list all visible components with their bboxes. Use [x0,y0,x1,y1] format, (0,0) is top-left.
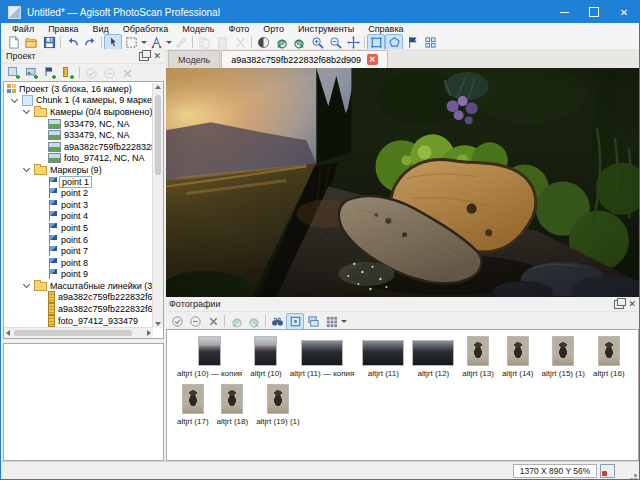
project-panel-header[interactable]: Проект ✕ [3,49,164,64]
open-button[interactable] [22,34,40,51]
title-bar[interactable]: Untitled* — Agisoft PhotoScan Profession… [1,1,639,23]
scroll-up-icon[interactable] [155,85,161,89]
remove-photo-button[interactable] [204,313,222,330]
disable-photo-button[interactable] [186,313,204,330]
select-tool-button[interactable] [104,34,122,51]
tree-item-marker[interactable]: point 5 [4,222,153,234]
tree-item-marker[interactable]: point 3 [4,199,153,211]
tree-item-marker[interactable]: point 1 [4,176,153,188]
add-chunk-button[interactable] [5,65,23,82]
tree-item-camera[interactable]: foto_97412, NC, NA [4,153,153,165]
rotate-ccw-button[interactable] [227,313,245,330]
shaded-view-button[interactable] [254,34,272,51]
menu-photo[interactable]: Фото [222,24,257,34]
photo-item[interactable]: altjrt (19) (1) [254,384,302,426]
draw-tool-button[interactable] [172,34,190,51]
scroll-left-icon[interactable] [6,330,10,336]
photo-item[interactable]: altjrt (10) [248,336,284,378]
save-button[interactable] [40,34,58,51]
tab-model[interactable]: Модель [168,50,220,68]
close-button[interactable]: ✕ [609,1,639,23]
add-marker-button[interactable] [41,65,59,82]
tree-item-cameras-folder[interactable]: Камеры (0/4 выровнено) [4,106,153,118]
tree-item-markers-folder[interactable]: Маркеры (9) [4,164,153,176]
redo-button[interactable] [81,34,99,51]
photo-item[interactable]: altjrt (11) — копия [288,340,357,378]
photo-item[interactable]: altjrt (16) [591,336,627,378]
tree-vertical-scrollbar[interactable] [152,83,163,328]
tree-item-marker[interactable]: point 4 [4,211,153,223]
add-photos-button[interactable] [23,65,41,82]
show-markers-button[interactable] [403,34,421,51]
photo-item[interactable]: altjrt (18) [215,384,251,426]
menu-help[interactable]: Справка [361,24,410,34]
tree-item-marker[interactable]: point 6 [4,234,153,246]
scroll-down-icon[interactable] [155,322,161,326]
scrollbar-thumb[interactable] [14,330,132,336]
tree-item-scalebar[interactable]: foto_97412_933479 [4,315,153,327]
float-panel-icon[interactable] [139,52,149,61]
menu-tools[interactable]: Инструменты [291,24,361,34]
float-panel-icon[interactable] [614,300,624,309]
close-panel-icon[interactable]: ✕ [628,301,636,308]
tree-item-camera[interactable]: 933479, NC, NA [4,118,153,130]
photo-item[interactable]: altjrt (15) (1) [539,336,587,378]
rotate-right-button[interactable] [290,34,308,51]
tree-item-marker[interactable]: point 8 [4,257,153,269]
menu-edit[interactable]: Правка [41,24,85,34]
rectangle-select-button[interactable] [122,34,140,51]
photos-panel-header[interactable]: Фотографии ✕ [166,297,639,312]
tree-item-camera[interactable]: 933479, NC, NA [4,129,153,141]
remove-item-button[interactable] [118,65,136,82]
photo-item[interactable]: altjrt (17) [175,384,211,426]
project-tree[interactable]: Проект (3 блока, 16 камер) Chunk 1 (4 ка… [3,81,164,339]
view-mode-button[interactable] [322,313,340,330]
tree-item-scalebar[interactable]: a9a382c759fb222832f68b2d909 [4,303,153,315]
tab-photo[interactable]: a9a382c759fb222832f68b2d909✕ [221,50,388,68]
enable-item-button[interactable] [82,65,100,82]
scroll-right-icon[interactable] [147,330,151,336]
rotate-left-button[interactable] [272,34,290,51]
maximize-button[interactable] [579,1,609,23]
collapse-arrow-icon[interactable] [11,96,18,103]
add-scalebar-button[interactable] [59,65,77,82]
photo-item[interactable]: altjrt (14) [500,336,536,378]
disable-item-button[interactable] [100,65,118,82]
find-photo-button[interactable] [268,313,286,330]
tree-item-marker[interactable]: point 2 [4,187,153,199]
thumbnails-button[interactable] [304,313,322,330]
collapse-arrow-icon[interactable] [23,107,30,114]
tab-close-button[interactable]: ✕ [367,54,378,65]
photo-item[interactable]: altjrt (11) [360,340,406,378]
show-grid-button[interactable] [421,34,439,51]
minimize-button[interactable] [549,1,579,23]
zoom-out-button[interactable] [326,34,344,51]
paste-button[interactable] [213,34,231,51]
photo-item[interactable]: altjrt (10) — копия [175,336,244,378]
photo-item[interactable]: altjrt (13) [460,336,496,378]
tree-item-project-root[interactable]: Проект (3 блока, 16 камер) [4,83,153,95]
photo-item[interactable]: altjrt (12) [410,340,456,378]
close-panel-icon[interactable]: ✕ [153,53,161,60]
photo-view-canvas[interactable] [166,68,639,297]
menu-model[interactable]: Модель [175,24,221,34]
tree-item-camera[interactable]: a9a382c759fb222832f68b2d909, NC, NA [4,141,153,153]
cut-button[interactable] [231,34,249,51]
menu-file[interactable]: Файл [5,24,41,34]
new-button[interactable] [4,34,22,51]
tree-item-scalebars-folder[interactable]: Масштабные линейки (3) [4,280,153,292]
tree-item-chunk[interactable]: Chunk 1 (4 камеры, 9 маркеров) [4,95,153,107]
tree-horizontal-scrollbar[interactable] [4,327,153,338]
tree-item-scalebar[interactable]: a9a382c759fb222832f68b2d909 [4,292,153,304]
scrollbar-thumb[interactable] [155,95,161,175]
collapse-arrow-icon[interactable] [23,281,30,288]
dropdown-caret-icon[interactable] [341,320,347,323]
show-region-button[interactable] [367,34,385,51]
filter-photos-button[interactable] [286,313,304,330]
collapse-arrow-icon[interactable] [23,165,30,172]
resize-grip[interactable] [634,474,637,477]
zoom-in-button[interactable] [308,34,326,51]
menu-ortho[interactable]: Орто [256,24,291,34]
copy-button[interactable] [195,34,213,51]
measure-tool-button[interactable] [147,34,165,51]
